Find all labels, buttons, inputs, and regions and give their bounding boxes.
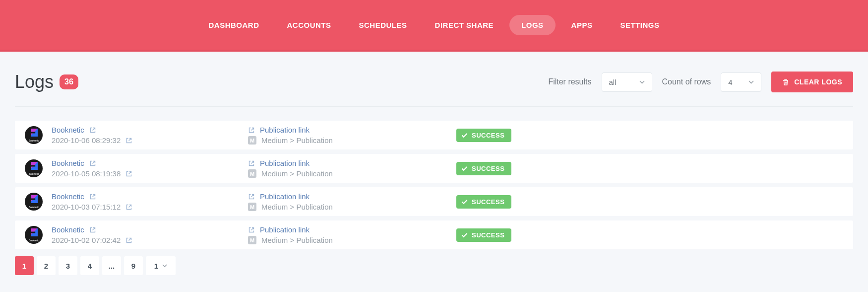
status-text: SUCCESS (472, 132, 504, 139)
chevron-down-icon (748, 80, 754, 84)
clear-logs-button[interactable]: CLEAR LOGS (771, 72, 853, 92)
channel-text: Medium > Publication (261, 203, 333, 211)
account-link[interactable]: Booknetic (52, 225, 84, 234)
medium-badge-icon: M (248, 136, 256, 145)
nav: DASHBOARD ACCOUNTS SCHEDULES DIRECT SHAR… (197, 15, 672, 35)
clear-logs-label: CLEAR LOGS (794, 78, 842, 86)
log-timestamp: 2020-10-03 07:15:12 (52, 203, 121, 211)
count-of-rows-select[interactable]: 4 (721, 73, 761, 92)
log-row: Booknetic2020-10-06 08:29:32Publication … (15, 121, 853, 149)
publication-link[interactable]: Publication link (260, 225, 310, 234)
account-avatar (25, 193, 43, 211)
medium-badge-icon: M (248, 203, 256, 211)
status-badge: SUCCESS (456, 129, 511, 142)
nav-accounts[interactable]: ACCOUNTS (275, 15, 343, 35)
account-avatar (25, 159, 43, 177)
filter-results-value: all (609, 78, 617, 86)
logs-count-badge: 36 (60, 74, 78, 89)
log-row: Booknetic2020-10-05 08:19:38Publication … (15, 154, 853, 183)
external-link-icon[interactable] (248, 127, 255, 134)
external-link-icon[interactable] (89, 160, 96, 167)
publication-link[interactable]: Publication link (260, 192, 310, 201)
filter-results-label: Filter results (548, 77, 591, 86)
publication-link[interactable]: Publication link (260, 159, 310, 167)
nav-dashboard[interactable]: DASHBOARD (197, 15, 271, 35)
status-text: SUCCESS (472, 231, 504, 239)
external-link-icon[interactable] (89, 226, 96, 233)
medium-badge-icon: M (248, 236, 256, 244)
page-header: Logs 36 Filter results all Count of rows… (15, 72, 853, 107)
nav-direct-share[interactable]: DIRECT SHARE (423, 15, 506, 35)
page-1[interactable]: 1 (15, 256, 34, 275)
page-jump-select[interactable]: 1 (146, 256, 176, 275)
check-icon (461, 232, 468, 238)
external-link-icon[interactable] (125, 137, 132, 144)
log-row: Booknetic2020-10-03 07:15:12Publication … (15, 187, 853, 216)
chevron-down-icon (162, 264, 167, 267)
publication-link[interactable]: Publication link (260, 126, 310, 134)
page-4[interactable]: 4 (80, 256, 99, 275)
account-avatar (25, 226, 43, 244)
external-link-icon[interactable] (125, 204, 132, 211)
count-of-rows-value: 4 (728, 78, 732, 86)
nav-logs[interactable]: LOGS (509, 15, 556, 35)
external-link-icon[interactable] (89, 193, 96, 200)
status-text: SUCCESS (472, 198, 504, 206)
page-jump-value: 1 (154, 262, 158, 270)
check-icon (461, 199, 468, 205)
external-link-icon[interactable] (248, 226, 255, 233)
pagination: 1 2 3 4 ... 9 1 (15, 256, 853, 275)
nav-settings[interactable]: SETTINGS (608, 15, 671, 35)
status-text: SUCCESS (472, 165, 504, 172)
medium-badge-icon: M (248, 169, 256, 178)
external-link-icon[interactable] (125, 170, 132, 177)
channel-text: Medium > Publication (261, 169, 333, 178)
page-ellipsis: ... (102, 256, 121, 275)
account-avatar (25, 126, 43, 144)
external-link-icon[interactable] (89, 127, 96, 134)
trash-icon (782, 78, 789, 86)
status-badge: SUCCESS (456, 195, 511, 209)
page-3[interactable]: 3 (59, 256, 77, 275)
status-badge: SUCCESS (456, 228, 511, 242)
account-link[interactable]: Booknetic (52, 159, 84, 167)
external-link-icon[interactable] (248, 193, 255, 200)
channel-text: Medium > Publication (261, 136, 333, 145)
page-title: Logs (15, 72, 54, 92)
external-link-icon[interactable] (125, 237, 132, 244)
filter-results-select[interactable]: all (602, 73, 652, 92)
external-link-icon[interactable] (248, 160, 255, 167)
log-timestamp: 2020-10-05 08:19:38 (52, 169, 121, 178)
nav-schedules[interactable]: SCHEDULES (347, 15, 419, 35)
account-link[interactable]: Booknetic (52, 126, 84, 134)
status-badge: SUCCESS (456, 162, 511, 175)
log-timestamp: 2020-10-06 08:29:32 (52, 136, 121, 145)
logs-list: Booknetic2020-10-06 08:29:32Publication … (15, 121, 853, 249)
log-timestamp: 2020-10-02 07:02:42 (52, 236, 121, 244)
channel-text: Medium > Publication (261, 236, 333, 244)
check-icon (461, 166, 468, 171)
page-2[interactable]: 2 (37, 256, 56, 275)
check-icon (461, 133, 468, 138)
log-row: Booknetic2020-10-02 07:02:42Publication … (15, 220, 853, 249)
count-of-rows-label: Count of rows (662, 77, 711, 86)
chevron-down-icon (639, 80, 645, 84)
account-link[interactable]: Booknetic (52, 192, 84, 201)
nav-apps[interactable]: APPS (559, 15, 605, 35)
page-9[interactable]: 9 (124, 256, 143, 275)
top-nav-bar: DASHBOARD ACCOUNTS SCHEDULES DIRECT SHAR… (0, 0, 868, 52)
